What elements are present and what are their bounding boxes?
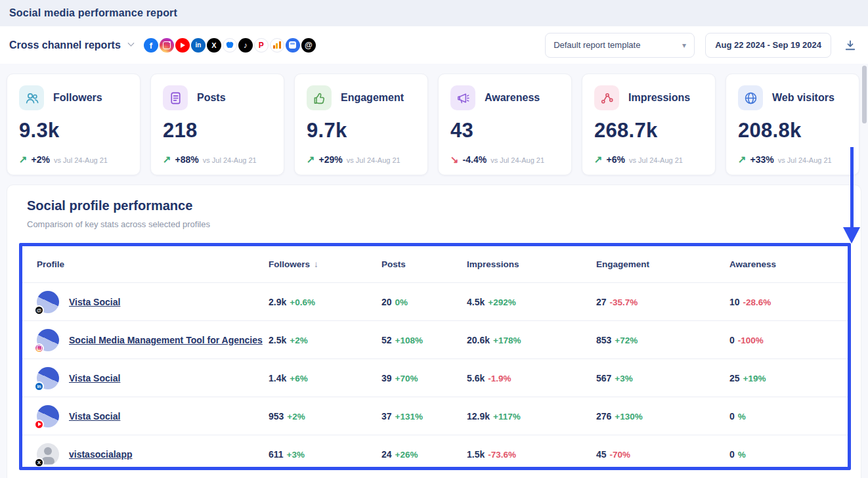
bluesky-icon[interactable] [223, 38, 237, 53]
x-twitter-icon[interactable] [207, 38, 221, 53]
facebook-icon[interactable] [144, 38, 158, 53]
profile-link[interactable]: Vista Social [69, 297, 120, 307]
linkedin-icon[interactable] [191, 38, 206, 53]
channel-icon-list [144, 38, 316, 53]
profile-link[interactable]: Social Media Management Tool for Agencie… [69, 335, 263, 345]
impressions-value: 1.5k [467, 449, 485, 460]
section-title: Social profile performance [27, 198, 841, 213]
social-profile-performance-panel: Social profile performance Comparison of… [7, 185, 861, 478]
engagement-delta: +130% [615, 412, 642, 422]
threads-icon[interactable] [301, 38, 316, 53]
engagement-value: 276 [596, 411, 611, 422]
trend-down-icon: ↘ [450, 154, 459, 165]
highlight-box: Profile Followers↓ Posts Impressions Eng… [19, 243, 851, 470]
profile-link[interactable]: Vista Social [69, 373, 120, 383]
x-twitter-badge-icon [34, 458, 44, 467]
profile-link[interactable]: Vista Social [69, 411, 120, 422]
awareness-value: 0 [729, 411, 735, 422]
vista-social-avatar [37, 367, 59, 389]
impressions-delta: +117% [493, 412, 521, 422]
thumbs-up-icon [307, 85, 332, 110]
trend-up-icon: ↗ [594, 154, 603, 165]
column-header-profile[interactable]: Profile [37, 259, 269, 269]
vertical-scrollbar[interactable] [862, 66, 867, 123]
table-row: Social Media Management Tool for Agencie… [22, 320, 848, 358]
impressions-delta: +292% [488, 297, 515, 307]
stat-card-value: 9.3k [19, 119, 128, 142]
report-template-select[interactable]: Default report template ▾ [545, 33, 695, 58]
annotation-arrow-head [843, 227, 860, 244]
date-range-value: Aug 22 2024 - Sep 19 2024 [715, 40, 821, 50]
cross-channel-reports-label: Cross channel reports [9, 39, 121, 51]
posts-value: 24 [381, 449, 392, 460]
stat-card-value: 218 [163, 119, 272, 142]
stat-card-posts: Posts 218 ↗ +88% vs Jul 24-Aug 21 [150, 74, 284, 175]
cross-channel-reports-dropdown[interactable]: Cross channel reports [9, 39, 133, 51]
pinterest-icon[interactable] [254, 38, 269, 53]
stat-card-compare: vs Jul 24-Aug 21 [347, 156, 401, 164]
annotation-arrow [850, 147, 854, 228]
column-header-followers[interactable]: Followers↓ [269, 259, 381, 269]
stat-card-engagement: Engagement 9.7k ↗ +29% vs Jul 24-Aug 21 [294, 74, 428, 175]
followers-delta: +3% [287, 450, 305, 460]
stat-card-delta: -4.4% [463, 154, 487, 165]
engagement-delta: -70% [610, 450, 631, 460]
stat-card-web-visitors: Web visitors 208.8k ↗ +33% vs Jul 24-Aug… [726, 74, 859, 175]
toolbar-right: Default report template ▾ Aug 22 2024 - … [545, 33, 859, 58]
table-row: Vista Social 953+2% 37+131% 12.9k+117% 2… [22, 397, 848, 435]
stat-card-value: 43 [450, 119, 559, 142]
megaphone-icon [450, 85, 475, 110]
google-business-icon[interactable] [286, 38, 300, 53]
table-body: Vista Social 2.9k+0.6% 200% 4.5k+292% 27… [22, 282, 848, 470]
followers-value: 611 [269, 449, 284, 460]
threads-badge-icon [34, 305, 44, 315]
trend-up-icon: ↗ [19, 154, 28, 165]
stat-card-followers: Followers 9.3k ↗ +2% vs Jul 24-Aug 21 [7, 74, 141, 175]
posts-delta: +108% [395, 336, 423, 345]
instagram-badge-icon [34, 343, 44, 353]
date-range-picker[interactable]: Aug 22 2024 - Sep 19 2024 [705, 33, 831, 58]
impressions-value: 4.5k [467, 297, 485, 307]
stat-cards-row: Followers 9.3k ↗ +2% vs Jul 24-Aug 21 Po… [0, 64, 868, 175]
youtube-icon[interactable] [175, 38, 190, 53]
followers-value: 2.5k [269, 335, 286, 345]
tiktok-icon[interactable] [238, 38, 253, 53]
posts-delta: 0% [395, 297, 408, 307]
followers-value: 2.9k [269, 297, 286, 307]
trend-up-icon: ↗ [307, 154, 315, 165]
awareness-value: 25 [729, 373, 740, 383]
awareness-delta: % [738, 450, 746, 460]
engagement-delta: -35.7% [610, 297, 638, 307]
followers-value: 953 [269, 411, 284, 422]
stat-card-label: Followers [53, 92, 102, 104]
instagram-icon[interactable] [160, 38, 174, 53]
stat-card-label: Posts [197, 92, 226, 104]
impressions-delta: -1.9% [488, 374, 511, 383]
table-row: Vista Social 1.4k+6% 39+70% 5.6k-1.9% 56… [22, 358, 848, 397]
google-analytics-icon[interactable] [270, 38, 284, 53]
stat-card-delta: +29% [319, 154, 343, 165]
impressions-delta: -73.6% [488, 450, 516, 460]
column-header-posts[interactable]: Posts [381, 259, 467, 269]
download-report-button[interactable] [842, 37, 859, 54]
vista-social-avatar [37, 405, 59, 427]
vista-social-avatar [37, 291, 59, 313]
page-title: Social media performance report [9, 7, 177, 19]
column-header-engagement[interactable]: Engagement [596, 259, 729, 269]
engagement-value: 27 [596, 297, 607, 307]
followers-delta: +6% [290, 374, 307, 383]
posts-delta: +70% [395, 374, 418, 383]
share-nodes-icon [594, 85, 619, 110]
report-toolbar: Cross channel reports Default report tem… [0, 26, 868, 64]
stat-card-label: Web visitors [772, 92, 835, 104]
trend-up-icon: ↗ [163, 154, 171, 165]
awareness-delta: -28.6% [743, 297, 771, 307]
column-header-awareness[interactable]: Awareness [729, 259, 848, 269]
top-bar: Social media performance report [0, 0, 868, 26]
download-icon [844, 39, 857, 52]
stat-card-compare: vs Jul 24-Aug 21 [203, 156, 257, 164]
profile-link[interactable]: vistasocialapp [69, 449, 133, 460]
table-header-row: Profile Followers↓ Posts Impressions Eng… [22, 246, 848, 282]
awareness-value: 10 [729, 297, 740, 307]
column-header-impressions[interactable]: Impressions [467, 259, 596, 269]
